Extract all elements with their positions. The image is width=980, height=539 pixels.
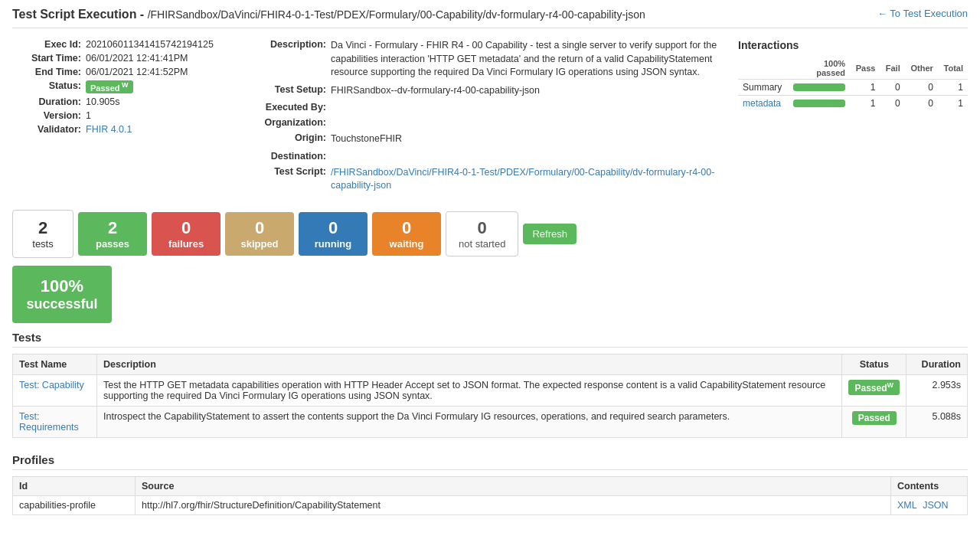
origin-value: TouchstoneFHIR [331,132,402,146]
test-description-cell: Introspect the CapabilityStatement to as… [97,406,842,437]
table-row: capabilities-profile http://hl7.org/fhir… [13,495,968,514]
table-row: Summary 1 0 0 1 [738,80,968,96]
organization-row: Organization: [242,117,723,128]
int-col-passed: 100% passed [789,57,850,80]
exec-id-row: Exec Id: 202106011341415742194125 [12,39,227,50]
stats-row: 2 tests 2 passes 0 failures 0 skipped 0 … [12,210,968,258]
skipped-label: skipped [240,238,278,250]
test-description-cell: Test the HTTP GET metadata capabilities … [97,374,842,406]
int-col-total: Total [938,57,968,80]
duration-row: Duration: 10.905s [12,96,227,107]
test-duration-cell: 2.953s [906,374,968,406]
waiting-num: 0 [384,218,429,238]
profiles-section-title: Profiles [12,453,968,470]
int-row-other: 0 [905,80,938,96]
int-row-name: Summary [738,80,789,96]
end-time-row: End Time: 06/01/2021 12:41:52PM [12,67,227,77]
waiting-label: waiting [390,238,424,250]
table-row: Test: Requirements Introspect the Capabi… [13,406,968,437]
profile-id-cell: capabilities-profile [13,495,136,514]
test-setup-value: FHIRSandbox--dv-formulary-r4-00-capabili… [331,84,540,98]
desc-label: Description: [242,39,326,80]
col-status: Status [842,354,906,374]
passes-num: 2 [90,218,135,238]
waiting-stat-box: 0 waiting [372,212,441,256]
success-label: successful [26,296,97,312]
organization-label: Organization: [242,117,326,128]
validator-link[interactable]: FHIR 4.0.1 [86,124,132,135]
executed-by-label: Executed By: [242,102,326,113]
int-row-progress [789,80,850,96]
int-row-pass: 1 [850,80,880,96]
status-badge: PassedW [848,380,900,395]
status-value: Passed [86,80,133,93]
notstarted-label: not started [459,238,505,250]
test-script-value: /FHIRSandbox/DaVinci/FHIR4-0-1-Test/PDEX… [331,166,723,193]
test-status-cell: PassedW [842,374,906,406]
test-name-link[interactable]: Test: Requirements [19,411,79,433]
running-num: 0 [311,218,355,238]
executed-by-row: Executed By: [242,102,723,113]
passes-stat-box: 2 passes [78,212,147,256]
tests-section-title: Tests [12,331,968,348]
title-text: Test Script Execution [12,8,136,21]
test-setup-label: Test Setup: [242,84,326,98]
tests-num: 2 [25,218,60,238]
interactions-panel: Interactions 100% passed Pass Fail Other… [738,39,968,198]
page-title: Test Script Execution - /FHIRSandbox/DaV… [12,8,645,21]
test-duration-cell: 5.088s [906,406,968,437]
prof-col-contents: Contents [891,476,968,495]
notstarted-num: 0 [459,218,505,238]
destination-row: Destination: [242,151,723,162]
status-row: Status: Passed [12,80,227,93]
version-value: 1 [86,110,91,121]
int-row-other: 0 [905,96,938,112]
int-row-total: 1 [938,96,968,112]
success-box-wrap: 100% successful [12,266,968,323]
refresh-button[interactable]: Refresh [523,224,577,244]
test-script-label: Test Script: [242,166,326,193]
version-row: Version: 1 [12,110,227,121]
end-time-label: End Time: [12,67,81,77]
exec-id-label: Exec Id: [12,39,81,50]
xml-link[interactable]: XML [897,500,917,511]
back-link[interactable]: To Test Execution [877,8,968,19]
table-row: metadata 1 0 0 1 [738,96,968,112]
int-col-pass: Pass [850,57,880,80]
failures-label: failures [168,238,204,250]
table-row: Test: Capability Test the HTTP GET metad… [13,374,968,406]
interactions-table: 100% passed Pass Fail Other Total Summar… [738,57,968,111]
skipped-num: 0 [237,218,282,238]
test-name-link[interactable]: Test: Capability [19,380,84,390]
title-path: /FHIRSandbox/DaVinci/FHIR4-0-1-Test/PDEX… [148,8,645,21]
col-duration: Duration [906,354,968,374]
duration-value: 10.905s [86,96,119,107]
test-status-cell: Passed [842,406,906,437]
success-box: 100% successful [12,266,112,323]
passes-label: passes [96,238,129,250]
profile-contents-cell: XML JSON [891,495,968,514]
validator-label: Validator: [12,124,81,135]
version-label: Version: [12,110,81,121]
test-name-cell[interactable]: Test: Capability [13,374,97,406]
tests-stat-box: 2 tests [12,210,74,258]
description-row: Description: Da Vinci - Formulary - FHIR… [242,39,723,80]
failures-num: 0 [164,218,208,238]
success-pct: 100% [41,276,83,296]
int-row-fail: 0 [880,80,904,96]
status-label: Status: [12,80,81,93]
end-time-value: 06/01/2021 12:41:52PM [86,67,188,77]
desc-text: Da Vinci - Formulary - FHIR R4 - 00 Capa… [331,39,723,80]
profiles-table: Id Source Contents capabilities-profile … [12,476,968,515]
test-script-link[interactable]: /FHIRSandbox/DaVinci/FHIR4-0-1-Test/PDEX… [331,167,714,191]
json-link[interactable]: JSON [923,500,948,511]
int-row-name[interactable]: metadata [738,96,789,112]
duration-label: Duration: [12,96,81,107]
exec-id-value: 202106011341415742194125 [86,39,214,50]
test-script-row: Test Script: /FHIRSandbox/DaVinci/FHIR4-… [242,166,723,193]
profile-source-cell: http://hl7.org/fhir/StructureDefinition/… [136,495,891,514]
tests-table: Test Name Description Status Duration Te… [12,354,968,438]
left-meta: Exec Id: 202106011341415742194125 Start … [12,39,227,198]
test-name-cell[interactable]: Test: Requirements [13,406,97,437]
test-setup-row: Test Setup: FHIRSandbox--dv-formulary-r4… [242,84,723,98]
